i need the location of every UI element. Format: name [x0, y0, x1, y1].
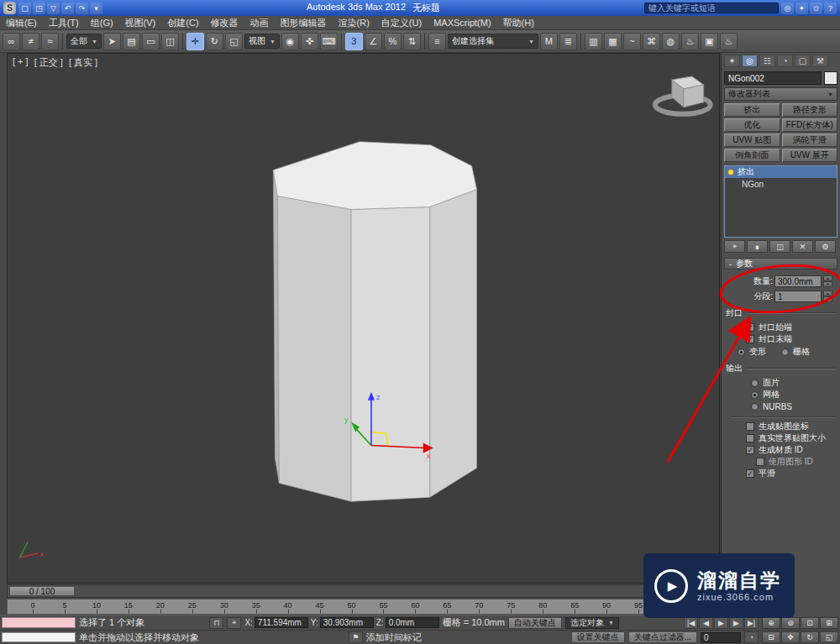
zoom-icon[interactable]: ⊕: [762, 617, 780, 629]
modifier-set-button[interactable]: 倒角剖面: [724, 149, 780, 162]
z-coordinate-input[interactable]: 0.0mm: [386, 617, 439, 628]
spinner-down-icon[interactable]: ▾: [823, 281, 832, 287]
render-production-icon[interactable]: ♨: [720, 33, 738, 50]
checkbox-row[interactable]: ✓生成材质 ID: [724, 444, 837, 456]
previous-frame-icon[interactable]: ◀: [699, 617, 713, 629]
menu-tools[interactable]: 工具(T): [43, 16, 85, 29]
redo-icon[interactable]: ↷: [76, 3, 88, 14]
add-time-tag-label[interactable]: 添加时间标记: [366, 631, 422, 644]
window-crossing-toggle-icon[interactable]: ◫: [161, 33, 179, 50]
modifier-set-button[interactable]: 挤出: [724, 103, 780, 117]
radio-icon[interactable]: [751, 380, 759, 387]
undo-icon[interactable]: ↶: [61, 3, 74, 14]
object-name-field[interactable]: NGon002: [724, 71, 822, 85]
key-filters-button[interactable]: 关键点过滤器...: [628, 631, 697, 643]
checkbox-row[interactable]: ✓封口末端: [724, 333, 837, 345]
next-frame-icon[interactable]: ▶: [729, 617, 743, 629]
radio-option[interactable]: 面片: [724, 377, 837, 389]
radio-icon[interactable]: [738, 348, 745, 356]
selected-objects-dropdown[interactable]: 选定对象 ▼: [565, 617, 619, 629]
curve-editor-icon[interactable]: ~: [623, 33, 641, 50]
spinner-snap-icon[interactable]: ⇅: [403, 33, 421, 50]
radio-icon[interactable]: [751, 391, 759, 399]
app-logo[interactable]: S: [3, 2, 16, 14]
align-icon[interactable]: ≣: [559, 33, 577, 50]
spinner-down-icon[interactable]: ▾: [823, 296, 832, 302]
menu-animation[interactable]: 动画: [244, 16, 275, 29]
rectangular-selection-region-icon[interactable]: ▭: [142, 33, 160, 50]
viewport[interactable]: [ + ][ 正交 ][ 真实 ] z: [7, 53, 720, 584]
auto-key-button[interactable]: 自动关键点: [508, 617, 562, 629]
play-animation-icon[interactable]: ▶: [714, 617, 728, 629]
zoom-extents-icon[interactable]: ⊡: [801, 617, 819, 629]
radio-option[interactable]: 网格: [724, 389, 837, 401]
segments-spinner[interactable]: ▴ ▾: [823, 291, 832, 302]
checkbox-row[interactable]: 真实世界贴图大小: [724, 432, 837, 444]
select-and-manipulate-icon[interactable]: ✜: [301, 33, 318, 50]
radio-option[interactable]: 栅格: [781, 346, 810, 358]
checkbox-icon[interactable]: ✓: [746, 335, 754, 343]
material-editor-icon[interactable]: ◍: [662, 33, 680, 50]
modifier-set-button[interactable]: UVW 贴图: [724, 134, 780, 147]
select-and-rotate-icon[interactable]: ↻: [206, 33, 223, 50]
go-to-end-icon[interactable]: ▶|: [744, 617, 759, 629]
named-selection-sets-dropdown[interactable]: 创建选择集▼: [448, 34, 538, 49]
modifier-set-button[interactable]: 路径变形: [782, 103, 838, 117]
bind-to-space-warp-icon[interactable]: ≈: [41, 33, 59, 50]
maximize-viewport-icon[interactable]: ◱: [820, 631, 838, 643]
menu-modifiers[interactable]: 修改器: [205, 16, 244, 29]
menu-graph-editors[interactable]: 图形编辑器: [275, 16, 333, 29]
show-end-result-icon[interactable]: ∎: [747, 240, 768, 253]
selection-filter-dropdown[interactable]: 全部▼: [66, 34, 102, 49]
modify-tab[interactable]: ◎: [742, 55, 758, 67]
create-tab[interactable]: ✶: [724, 55, 740, 67]
pin-stack-icon[interactable]: ⌖: [724, 240, 745, 253]
modifier-stack-item[interactable]: NGon: [725, 178, 837, 190]
spinner-up-icon[interactable]: ▴: [823, 275, 832, 281]
communication-center-icon[interactable]: ✦: [795, 3, 808, 14]
segments-input[interactable]: 1: [774, 291, 822, 302]
spinner-up-icon[interactable]: ▴: [823, 291, 832, 296]
search-help-icon[interactable]: ◎: [781, 3, 794, 14]
configure-modifier-sets-icon[interactable]: ⚙: [815, 240, 836, 253]
motion-tab[interactable]: ◔: [777, 55, 793, 67]
time-configuration-icon[interactable]: ◔: [744, 631, 759, 643]
menu-rendering[interactable]: 渲染(R): [333, 16, 375, 29]
search-input[interactable]: [644, 3, 779, 13]
modifier-list-dropdown[interactable]: 修改器列表 ▼: [724, 87, 837, 101]
help-icon[interactable]: ?: [824, 3, 837, 14]
modifier-enabled-icon[interactable]: [727, 169, 734, 175]
select-by-name-icon[interactable]: ▤: [123, 33, 140, 50]
menu-edit[interactable]: 编辑(E): [0, 16, 43, 29]
display-tab[interactable]: ▢: [795, 55, 811, 67]
zoom-extents-all-icon[interactable]: ⊞: [820, 617, 838, 629]
viewport-general-menu[interactable]: [ + ]: [13, 56, 29, 69]
x-coordinate-input[interactable]: 711.594mm: [255, 617, 308, 628]
zoom-all-icon[interactable]: ⊚: [781, 617, 800, 629]
select-and-link-icon[interactable]: ∞: [3, 33, 20, 50]
zoom-region-icon[interactable]: ⊟: [762, 631, 780, 643]
radio-option[interactable]: 变形: [738, 346, 766, 358]
remove-modifier-icon[interactable]: ✕: [792, 240, 813, 253]
maxscript-mini-listener-pink[interactable]: [2, 617, 76, 628]
ngon-object[interactable]: [273, 142, 476, 502]
save-file-icon[interactable]: ▽: [47, 3, 60, 14]
percent-snap-icon[interactable]: %: [384, 33, 402, 50]
edit-named-selection-sets-icon[interactable]: ≡: [428, 33, 446, 50]
new-scene-icon[interactable]: ▢: [18, 3, 31, 14]
angle-snap-icon[interactable]: ∠: [365, 33, 382, 50]
mirror-icon[interactable]: M: [540, 33, 558, 50]
menu-maxscript[interactable]: MAXScript(M): [428, 16, 496, 29]
favorites-icon[interactable]: ✩: [810, 3, 822, 14]
select-and-scale-icon[interactable]: ◱: [225, 33, 243, 50]
track-bar[interactable]: 0510152025303540455055606570758085909510…: [7, 599, 720, 615]
viewport-pov-menu[interactable]: [ 正交 ]: [34, 56, 63, 69]
viewport-shading-menu[interactable]: [ 真实 ]: [69, 56, 97, 69]
snap-toggle-3d-icon[interactable]: 3: [345, 33, 363, 50]
graphite-ribbon-icon[interactable]: ▦: [604, 33, 622, 50]
menu-help[interactable]: 帮助(H): [497, 16, 540, 29]
checkbox-icon[interactable]: ✓: [746, 323, 754, 332]
render-setup-icon[interactable]: ♨: [681, 33, 699, 50]
set-key-button[interactable]: 设置关键点: [571, 631, 625, 643]
modifier-set-button[interactable]: UVW 展开: [782, 149, 838, 162]
